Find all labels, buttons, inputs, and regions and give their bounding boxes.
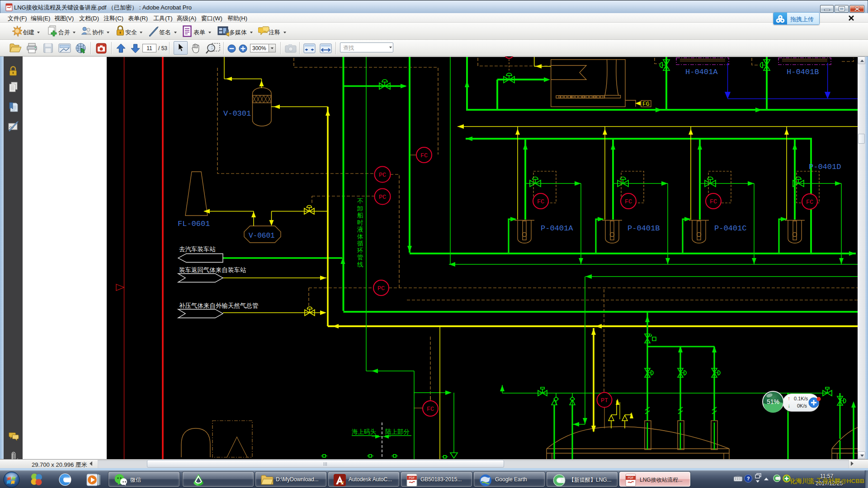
svg-text:P-0401B: P-0401B [627,224,660,233]
svg-text:FC: FC [625,198,632,205]
svg-text:P-0401D: P-0401D [809,163,841,171]
svg-text:V-0601: V-0601 [249,232,275,240]
svg-text:P-0401C: P-0401C [714,224,746,233]
svg-text:补压气体来自外输天然气总管: 补压气体来自外输天然气总管 [179,302,259,309]
svg-text:FC: FC [806,199,813,206]
svg-text:FC: FC [537,198,544,205]
svg-text:FC: FC [427,406,434,413]
svg-text:PDF: PDF [628,476,634,479]
svg-text:PDF: PDF [409,476,415,479]
svg-text:FL-0601: FL-0601 [178,220,210,228]
svg-text:PC: PC [379,194,386,201]
svg-text:海上码头: 海上码头 [352,428,377,435]
svg-text:FG: FG [642,101,650,108]
svg-text:FC: FC [710,198,717,205]
svg-text:PC: PC [377,285,385,292]
svg-text:FC: FC [420,152,428,159]
svg-text:?: ? [747,476,750,481]
svg-text:PT: PT [601,397,608,404]
svg-text:不卸船时液体循环管线: 不卸船时液体循环管线 [357,198,363,268]
svg-text:51%: 51% [767,398,779,405]
svg-text:P-0401A: P-0401A [541,224,573,233]
svg-text:PC: PC [379,172,386,178]
svg-text:H-0401B: H-0401B [787,68,819,76]
svg-text:去汽车装车站: 去汽车装车站 [179,246,216,253]
svg-text:H-0401A: H-0401A [685,68,718,76]
svg-text:装车返回气体来自装车站: 装车返回气体来自装车站 [179,267,246,273]
svg-text:V-0301: V-0301 [223,109,251,118]
svg-text:陆上部分: 陆上部分 [385,428,410,435]
